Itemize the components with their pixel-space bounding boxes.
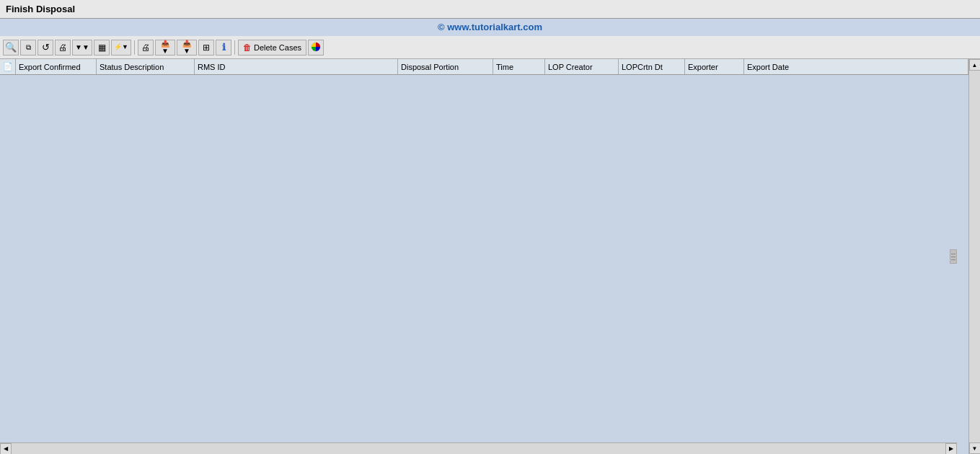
filter-icon: ▼▼	[75, 44, 89, 51]
toolbar-separator-1	[134, 40, 135, 55]
delete-icon: 🗑	[243, 43, 252, 53]
refresh-button[interactable]: ↺	[37, 40, 53, 55]
col-rms-id-label: RMS ID	[198, 63, 226, 71]
col-status-description-label: Status Description	[100, 63, 164, 71]
col-lop-creator-label: LOP Creator	[548, 63, 593, 71]
bottom-scroll-track[interactable]	[12, 443, 945, 454]
app-title: Finish Disposal	[6, 4, 75, 14]
col-header-row-icon: 📄	[0, 59, 16, 74]
print2-button[interactable]: 🖨	[138, 40, 154, 55]
splitter-handle[interactable]	[950, 249, 957, 264]
copy-icon: ⧉	[26, 44, 31, 51]
col-exporter-label: Exporter	[688, 63, 718, 71]
color-wheel-button[interactable]	[308, 40, 324, 55]
export2-button[interactable]: 📥▼	[177, 40, 197, 55]
print-icon: 🖨	[58, 43, 67, 52]
print2-icon: 🖨	[141, 43, 150, 52]
col-header-status-description: Status Description	[97, 59, 195, 74]
info-icon: ℹ	[222, 43, 226, 52]
col-disposal-portion-label: Disposal Portion	[401, 63, 459, 71]
watermark-text: © www.tutorialkart.com	[438, 22, 542, 32]
col-header-rms-id: RMS ID	[195, 59, 398, 74]
export1-icon: 📤▼	[158, 40, 172, 55]
copy-button[interactable]: ⧉	[20, 40, 36, 55]
export2-icon: 📥▼	[180, 40, 194, 55]
col-loprtn-dt-label: LOPCrtn Dt	[622, 63, 663, 71]
col-header-loprtn-dt: LOPCrtn Dt	[619, 59, 685, 74]
refresh-icon: ↺	[42, 43, 50, 52]
columns-button[interactable]: ▦	[94, 40, 110, 55]
scroll-up-button[interactable]: ▲	[969, 59, 981, 71]
col-export-date-label: Export Date	[747, 63, 789, 71]
filter-button[interactable]: ▼▼	[72, 40, 92, 55]
filter2-icon: ⚡▼	[114, 44, 128, 50]
search-button[interactable]: 🔍	[3, 40, 19, 55]
scroll-track[interactable]	[969, 71, 980, 442]
col-header-exporter: Exporter	[685, 59, 744, 74]
col-header-disposal-portion: Disposal Portion	[398, 59, 493, 74]
info-button[interactable]: ℹ	[216, 40, 231, 55]
scroll-right-button[interactable]: ▶	[945, 443, 957, 455]
delete-cases-button[interactable]: 🗑 Delete Cases	[238, 40, 306, 55]
col-header-lop-creator: LOP Creator	[545, 59, 619, 74]
filter2-button[interactable]: ⚡▼	[111, 40, 131, 55]
col-header-export-date: Export Date	[744, 59, 968, 74]
export1-button[interactable]: 📤▼	[155, 40, 175, 55]
splitter-line-2	[951, 257, 955, 257]
splitter-line-1	[951, 254, 955, 254]
row-type-icon: 📄	[3, 62, 13, 71]
print-button[interactable]: 🖨	[55, 40, 71, 55]
table-icon: ⊞	[203, 43, 210, 52]
search-icon: 🔍	[5, 43, 17, 52]
toolbar: 🔍 ⧉ ↺ 🖨 ▼▼ ▦ ⚡▼ 🖨 📤▼ 📥▼ ⊞ ℹ	[0, 36, 980, 59]
table-button[interactable]: ⊞	[198, 40, 214, 55]
table-body	[0, 75, 968, 442]
main-content: 📄 Export Confirmed Status Description RM…	[0, 59, 980, 454]
right-scrollbar[interactable]: ▲ ▼	[968, 59, 980, 454]
columns-icon: ▦	[98, 43, 106, 52]
col-header-time: Time	[493, 59, 545, 74]
color-wheel-icon	[311, 42, 321, 53]
col-export-confirmed-label: Export Confirmed	[19, 63, 81, 71]
bottom-scrollbar[interactable]: ◀ ▶	[0, 442, 957, 454]
col-header-export-confirmed: Export Confirmed	[16, 59, 97, 74]
scroll-down-button[interactable]: ▼	[969, 442, 981, 454]
scroll-left-button[interactable]: ◀	[0, 443, 12, 455]
table-area: 📄 Export Confirmed Status Description RM…	[0, 59, 968, 454]
table-header: 📄 Export Confirmed Status Description RM…	[0, 59, 968, 75]
splitter-line-3	[951, 259, 955, 260]
col-time-label: Time	[496, 63, 513, 71]
toolbar-separator-2	[234, 40, 235, 55]
delete-cases-label: Delete Cases	[254, 43, 301, 52]
title-bar: Finish Disposal	[0, 0, 980, 19]
watermark-bar: © www.tutorialkart.com	[0, 19, 980, 36]
